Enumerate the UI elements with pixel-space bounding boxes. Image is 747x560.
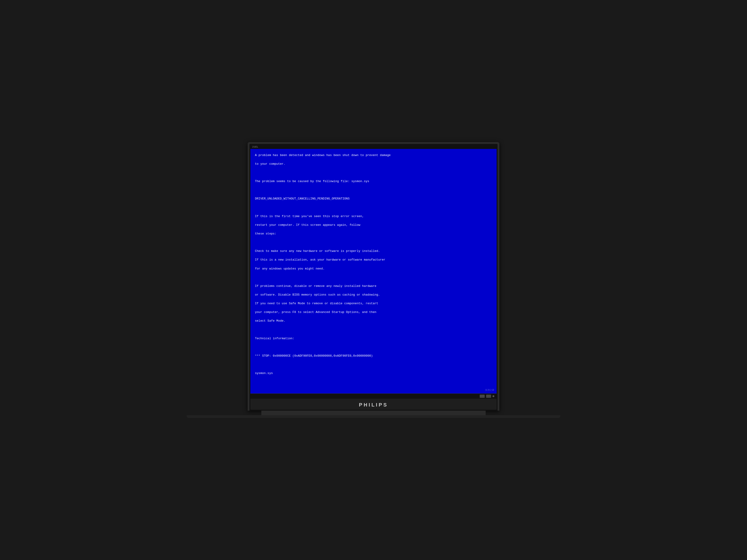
bsod-line-line13: If this is a new installation, ask your … bbox=[255, 258, 492, 262]
bsod-screen: A problem has been detected and windows … bbox=[250, 149, 497, 394]
monitor-stand-bottom bbox=[187, 415, 560, 418]
bsod-line-line21 bbox=[255, 327, 492, 332]
bsod-line-line9: restart your computer. If this screen ap… bbox=[255, 223, 492, 228]
bsod-line-line17: or software. Disable BIOS memory options… bbox=[255, 293, 492, 297]
bsod-line-line11 bbox=[255, 240, 492, 245]
bsod-line-line7 bbox=[255, 206, 492, 210]
bsod-line-line20: select Safe Mode. bbox=[255, 319, 492, 323]
bsod-line-line12: Check to make sure any new hardware or s… bbox=[255, 249, 492, 254]
bsod-line-line6: DRIVER_UNLOADED_WITHOUT_CANCELLING_PENDI… bbox=[255, 196, 492, 201]
bsod-line-line18: If you need to use Safe Mode to remove o… bbox=[255, 301, 492, 306]
bsod-line-line15 bbox=[255, 275, 492, 280]
monitor-bezel: 21EL A problem has been detected and win… bbox=[250, 144, 497, 411]
bsod-line-line8: If this is the first time you've seen th… bbox=[255, 214, 492, 219]
bsod-line-line19: your computer, press F8 to select Advanc… bbox=[255, 310, 492, 315]
bsod-line-line16: If problems continue, disable or remove … bbox=[255, 284, 492, 289]
bottom-bar bbox=[250, 394, 497, 399]
btn2[interactable] bbox=[486, 395, 491, 398]
monitor-outer: 21EL A problem has been detected and win… bbox=[248, 142, 499, 411]
indicator-dot bbox=[492, 395, 494, 397]
bsod-line-line26: sysmon.sys bbox=[255, 371, 492, 376]
title-bar-text: 21EL bbox=[252, 145, 258, 148]
monitor-stand-top bbox=[261, 410, 485, 415]
watermark: 技净之家 bbox=[485, 389, 494, 392]
bsod-line-line4: The problem seems to be caused by the fo… bbox=[255, 179, 492, 184]
monitor-brand: PHILIPS bbox=[359, 402, 388, 408]
bsod-line-line22: Technical information: bbox=[255, 336, 492, 341]
monitor-label-bar: PHILIPS bbox=[250, 399, 497, 410]
title-bar: 21EL bbox=[250, 145, 497, 149]
bsod-content: A problem has been detected and windows … bbox=[255, 153, 492, 380]
bsod-line-line10: these steps: bbox=[255, 232, 492, 236]
btn1[interactable] bbox=[480, 395, 485, 398]
bsod-line-line5 bbox=[255, 188, 492, 192]
bsod-line-line3 bbox=[255, 170, 492, 175]
bsod-line-line23 bbox=[255, 345, 492, 350]
bsod-line-line24: *** STOP: 0x000000CE (0xADF90FE0,0x00000… bbox=[255, 354, 492, 358]
bsod-line-line25 bbox=[255, 362, 492, 367]
bsod-line-line1: A problem has been detected and windows … bbox=[255, 153, 492, 158]
bsod-line-line14: for any windows updates you might need. bbox=[255, 267, 492, 271]
bsod-line-line2: to your computer. bbox=[255, 162, 492, 166]
